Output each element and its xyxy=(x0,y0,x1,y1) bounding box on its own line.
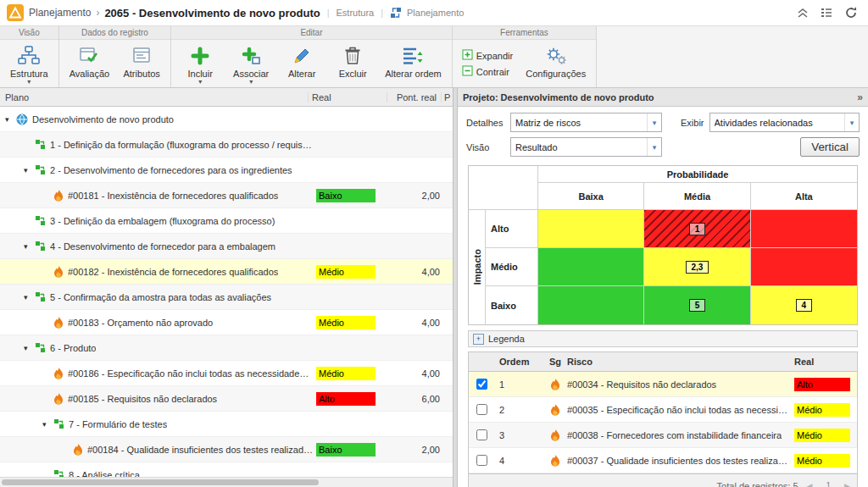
tree-item-label: 4 - Desenvolvimento de fornecedor para a… xyxy=(50,241,275,252)
matrix-cell[interactable] xyxy=(751,210,857,248)
tree-row[interactable]: #00186 - Especificação não inclui todas … xyxy=(0,361,453,386)
matrix-cell[interactable] xyxy=(538,286,644,324)
scrollbar-thumb[interactable] xyxy=(2,479,319,485)
next-page-icon[interactable]: ▶ xyxy=(844,482,850,487)
tree-item-label: 5 - Confirmação da amostra para todas as… xyxy=(50,292,271,302)
exibir-label: Exibir xyxy=(681,118,704,128)
ribbon-group-dados: Dados do registro Avaliação Atributos xyxy=(59,26,172,87)
column-header-risco[interactable]: Risco xyxy=(567,357,792,367)
collapse-panel-icon[interactable]: » xyxy=(857,91,863,103)
tree-row[interactable]: ▾ 2 - Desenvolvimento de fornecedores pa… xyxy=(0,158,453,183)
exibir-select[interactable]: Atividades relacionadas ▾ xyxy=(709,113,860,132)
alterar-button[interactable]: Alterar xyxy=(277,42,326,88)
matrix-cell[interactable] xyxy=(538,248,644,286)
visao-label: Visão xyxy=(466,142,505,152)
expandir-button[interactable]: Expandir xyxy=(462,49,513,62)
risk-row[interactable]: 3 #00038 - Fornecedores com instabilidad… xyxy=(469,423,857,448)
horizontal-scrollbar[interactable] xyxy=(0,477,453,487)
row-checkbox[interactable] xyxy=(476,404,487,415)
expander-icon[interactable]: ▾ xyxy=(24,242,35,251)
estrutura-button[interactable]: Estrutura ▾ xyxy=(4,42,54,88)
impact-axis-label: Impacto xyxy=(469,210,486,324)
matrix-cell-badge[interactable]: 2,3 xyxy=(686,261,709,274)
visao-select[interactable]: Resultado ▾ xyxy=(510,137,662,157)
pont-real-value: 2,00 xyxy=(391,191,444,201)
column-header-clipped[interactable]: P xyxy=(441,92,453,102)
incluir-button[interactable]: Incluir ▾ xyxy=(175,42,225,88)
associar-button[interactable]: Associar ▾ xyxy=(226,42,275,88)
tree-row[interactable]: ▾ 6 - Produto xyxy=(0,335,453,361)
avaliacao-button[interactable]: Avaliação xyxy=(64,42,116,85)
tree-row[interactable]: #00185 - Requisitos não declarados Alto … xyxy=(0,386,453,412)
column-header-pont-real[interactable]: Pont. real xyxy=(387,92,441,102)
vertical-button[interactable]: Vertical xyxy=(800,137,860,157)
refresh-icon[interactable] xyxy=(844,6,858,19)
excluir-button[interactable]: Excluir xyxy=(328,42,377,88)
column-header-plano[interactable]: Plano xyxy=(0,92,308,102)
tree-row[interactable]: 3 - Definição da embalagem (fluxograma d… xyxy=(0,208,453,234)
prev-page-icon[interactable]: ◀ xyxy=(807,482,813,487)
matrix-cell-badge[interactable]: 5 xyxy=(689,299,706,312)
risk-flame-icon xyxy=(53,190,64,202)
tree-row[interactable]: ▾ 5 - Confirmação da amostra para todas … xyxy=(0,285,453,310)
select-value: Matriz de riscos xyxy=(515,118,647,128)
tree-row[interactable]: ▾ 4 - Desenvolvimento de fornecedor para… xyxy=(0,234,453,259)
detalhes-select[interactable]: Matriz de riscos ▾ xyxy=(510,113,662,132)
expander-icon[interactable]: ▾ xyxy=(24,166,35,174)
alterar-ordem-button[interactable]: Alterar ordem xyxy=(379,42,448,88)
expander-icon[interactable]: ▾ xyxy=(24,344,35,352)
matrix-cell[interactable] xyxy=(538,210,644,248)
matrix-cell[interactable]: 2,3 xyxy=(644,248,750,286)
tree-row-selected[interactable]: #00182 - Inexistência de fornecedores qu… xyxy=(0,259,453,285)
tree-item-label: 3 - Definição da embalagem (fluxograma d… xyxy=(50,216,275,226)
add-icon xyxy=(190,45,210,67)
matrix-cell[interactable]: 4 xyxy=(751,286,857,324)
matrix-cell[interactable]: 1 xyxy=(644,210,750,248)
trash-icon xyxy=(343,45,362,67)
row-checkbox[interactable] xyxy=(476,455,487,466)
column-header-ordem[interactable]: Ordem xyxy=(494,357,543,367)
expander-icon[interactable]: ▾ xyxy=(42,420,53,429)
column-header-sg[interactable]: Sg xyxy=(543,357,567,367)
breadcrumb-app[interactable]: Planejamento xyxy=(29,7,91,19)
legend-toggle[interactable]: + Legenda xyxy=(468,330,858,347)
tree-row[interactable]: 1 - Definição da formulação (fluxograma … xyxy=(0,132,453,158)
matrix-cell[interactable] xyxy=(751,248,857,286)
pont-real-value: 2,00 xyxy=(391,445,444,455)
configuracoes-button[interactable]: Configurações xyxy=(520,42,592,85)
expander-icon[interactable]: ▾ xyxy=(24,293,35,302)
tree-row[interactable]: ▾ Desenvolvimento de novo produto xyxy=(0,107,453,132)
risk-order: 4 xyxy=(494,456,543,466)
row-checkbox[interactable] xyxy=(476,429,487,440)
risk-row[interactable]: 2 #00035 - Especificação não inclui toda… xyxy=(469,397,857,423)
collapse-toolbar-icon[interactable] xyxy=(797,8,809,18)
tree-row[interactable]: ▾ 7 - Formulário de testes xyxy=(0,412,453,437)
tree-row[interactable]: #00183 - Orçamento não aprovado Médio 4,… xyxy=(0,310,453,335)
collapse-icon xyxy=(462,65,473,78)
index-list-icon[interactable] xyxy=(821,8,832,18)
pont-real-value: 4,00 xyxy=(391,267,444,277)
expander-icon[interactable]: ▾ xyxy=(5,115,16,124)
atributos-button[interactable]: Atributos xyxy=(117,42,166,85)
column-header-real[interactable]: Real xyxy=(792,357,857,367)
risk-level-badge: Médio xyxy=(794,403,850,417)
risk-row[interactable]: 1 #00034 - Requisitos não declarados Alt… xyxy=(469,372,857,397)
tree-row[interactable]: 8 - Análise crítica xyxy=(0,462,453,477)
matrix-cell-badge[interactable]: 1 xyxy=(689,223,706,235)
project-details-panel: Projeto: Desenvolvimento de novo produto… xyxy=(458,88,868,487)
contrair-button[interactable]: Contrair xyxy=(462,65,513,78)
matrix-cell[interactable]: 5 xyxy=(644,286,750,324)
risk-flame-icon xyxy=(543,429,567,441)
dropdown-caret-icon: ▾ xyxy=(198,79,202,86)
row-checkbox[interactable] xyxy=(476,379,487,390)
column-header-real[interactable]: Real xyxy=(308,92,387,102)
page-title: 2065 - Desenvolvimento de novo produto xyxy=(104,7,320,19)
ribbon-group-visao: Visão Estrutura ▾ xyxy=(0,26,59,87)
button-label: Alterar ordem xyxy=(385,69,442,79)
tree-row[interactable]: #00184 - Qualidade insuficientes dos tes… xyxy=(0,437,453,462)
risk-level-badge: Médio xyxy=(316,265,376,279)
risk-order: 1 xyxy=(494,379,543,390)
matrix-cell-badge[interactable]: 4 xyxy=(796,299,813,312)
tree-row[interactable]: #00181 - Inexistência de fornecedores qu… xyxy=(0,183,453,208)
risk-row[interactable]: 4 #00037 - Qualidade insuficientes dos t… xyxy=(469,448,857,473)
